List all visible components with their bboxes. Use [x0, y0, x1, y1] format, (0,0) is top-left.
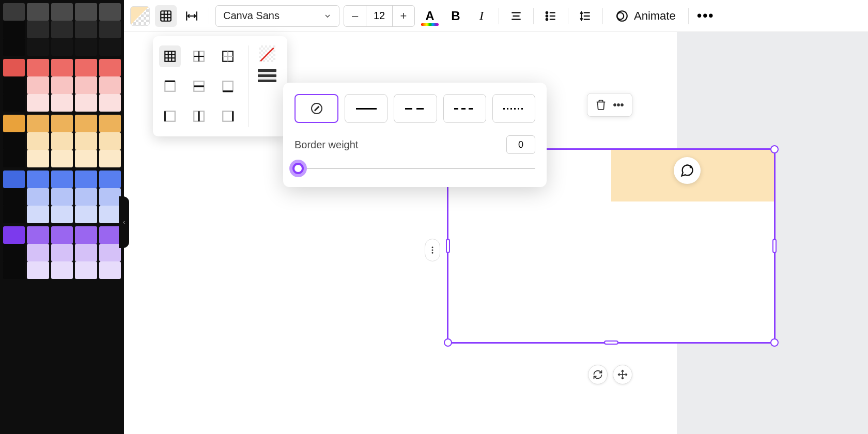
font-size-decrease[interactable]: –	[344, 6, 366, 26]
palette-swatch[interactable]	[27, 21, 49, 38]
palette-swatch[interactable]	[99, 150, 121, 167]
palette-swatch[interactable]	[99, 21, 121, 38]
palette-swatch[interactable]	[99, 94, 121, 112]
border-outer[interactable]	[217, 45, 239, 67]
palette-swatch[interactable]	[51, 188, 73, 206]
resize-handle-se[interactable]	[770, 338, 779, 347]
palette-swatch[interactable]	[99, 244, 121, 261]
resize-handle-left[interactable]	[446, 239, 450, 253]
row-options-button[interactable]	[425, 239, 440, 261]
border-right[interactable]	[217, 105, 239, 127]
border-bottom[interactable]	[217, 75, 239, 97]
palette-swatch[interactable]	[3, 59, 25, 76]
alignment-button[interactable]	[505, 5, 527, 27]
border-horizontal[interactable]	[188, 75, 210, 97]
resize-handle-sw[interactable]	[444, 338, 452, 347]
palette-swatch[interactable]	[99, 261, 121, 279]
delete-button[interactable]	[593, 97, 609, 113]
palette-swatch[interactable]	[75, 21, 97, 38]
palette-swatch[interactable]	[51, 261, 73, 279]
font-size-increase[interactable]: +	[393, 6, 414, 26]
palette-swatch[interactable]	[27, 3, 49, 21]
palette-swatch[interactable]	[99, 59, 121, 76]
palette-swatch[interactable]	[3, 171, 25, 188]
slider-thumb[interactable]	[289, 160, 307, 177]
palette-swatch[interactable]	[3, 132, 25, 150]
palette-swatch[interactable]	[75, 171, 97, 188]
palette-swatch[interactable]	[51, 76, 73, 94]
palette-swatch[interactable]	[75, 76, 97, 94]
palette-swatch[interactable]	[75, 226, 97, 244]
palette-swatch[interactable]	[75, 59, 97, 76]
palette-swatch[interactable]	[27, 115, 49, 132]
palette-swatch[interactable]	[99, 132, 121, 150]
italic-button[interactable]: I	[471, 5, 492, 27]
palette-swatch[interactable]	[51, 94, 73, 112]
fill-color-button[interactable]	[129, 5, 151, 27]
border-line-style[interactable]	[258, 69, 276, 82]
palette-swatch[interactable]	[99, 188, 121, 206]
palette-swatch[interactable]	[3, 21, 25, 38]
palette-swatch[interactable]	[75, 206, 97, 223]
palette-swatch[interactable]	[3, 261, 25, 279]
move-button[interactable]	[613, 365, 632, 384]
palette-swatch[interactable]	[75, 261, 97, 279]
palette-swatch[interactable]	[75, 150, 97, 167]
line-style-solid[interactable]	[345, 94, 388, 123]
palette-swatch[interactable]	[27, 76, 49, 94]
palette-swatch[interactable]	[3, 188, 25, 206]
palette-swatch[interactable]	[51, 244, 73, 261]
palette-swatch[interactable]	[75, 132, 97, 150]
border-top[interactable]	[159, 75, 181, 97]
palette-swatch[interactable]	[75, 3, 97, 21]
palette-swatch[interactable]	[75, 94, 97, 112]
collapse-sidebar-button[interactable]: ‹	[119, 196, 129, 248]
list-button[interactable]	[540, 5, 562, 27]
palette-swatch[interactable]	[51, 3, 73, 21]
line-spacing-button[interactable]	[575, 5, 596, 27]
palette-swatch[interactable]	[99, 115, 121, 132]
sync-button[interactable]	[588, 365, 608, 384]
palette-swatch[interactable]	[99, 206, 121, 223]
animate-button[interactable]: Animate	[609, 5, 682, 27]
palette-swatch[interactable]	[51, 150, 73, 167]
palette-swatch[interactable]	[27, 150, 49, 167]
font-size-value[interactable]: 12	[366, 6, 393, 26]
palette-swatch[interactable]	[3, 244, 25, 261]
border-none[interactable]	[258, 45, 276, 62]
palette-swatch[interactable]	[75, 244, 97, 261]
border-weight-input[interactable]	[506, 135, 535, 154]
palette-swatch[interactable]	[51, 206, 73, 223]
resize-handle-right[interactable]	[772, 239, 777, 253]
font-family-select[interactable]: Canva Sans	[215, 5, 339, 27]
palette-swatch[interactable]	[51, 38, 73, 56]
border-style-button[interactable]	[155, 5, 177, 27]
palette-swatch[interactable]	[27, 132, 49, 150]
palette-swatch[interactable]	[27, 206, 49, 223]
line-style-none[interactable]	[295, 94, 338, 123]
selection-more-button[interactable]: •••	[610, 97, 627, 113]
line-style-short-dashed[interactable]	[443, 94, 486, 123]
palette-swatch[interactable]	[99, 38, 121, 56]
palette-swatch[interactable]	[75, 115, 97, 132]
palette-swatch[interactable]	[27, 244, 49, 261]
line-style-dotted[interactable]	[492, 94, 535, 123]
more-options-button[interactable]: •••	[695, 5, 717, 27]
bold-button[interactable]: B	[445, 5, 467, 27]
resize-handle-ne[interactable]	[770, 145, 779, 153]
palette-swatch[interactable]	[27, 94, 49, 112]
palette-swatch[interactable]	[3, 206, 25, 223]
border-weight-slider[interactable]	[295, 161, 535, 176]
palette-swatch[interactable]	[27, 226, 49, 244]
text-color-button[interactable]: A	[419, 5, 441, 27]
palette-swatch[interactable]	[27, 188, 49, 206]
palette-swatch[interactable]	[27, 38, 49, 56]
line-style-dashed[interactable]	[394, 94, 437, 123]
border-left[interactable]	[159, 105, 181, 127]
palette-swatch[interactable]	[27, 59, 49, 76]
palette-swatch[interactable]	[3, 76, 25, 94]
palette-swatch[interactable]	[3, 3, 25, 21]
palette-swatch[interactable]	[51, 59, 73, 76]
spacing-button[interactable]	[181, 5, 203, 27]
palette-swatch[interactable]	[75, 188, 97, 206]
